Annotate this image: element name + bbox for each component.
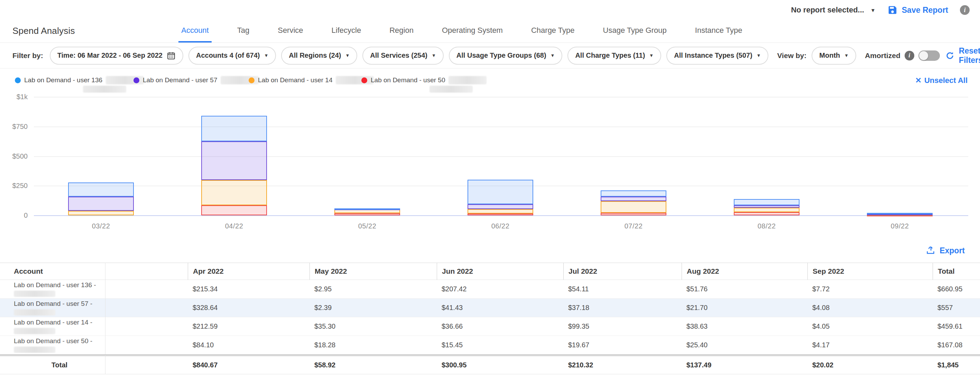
bar-segment-04-22-user-57[interactable] <box>201 141 267 181</box>
legend-label: Lab on Demand - user 57 <box>143 76 217 84</box>
tab-operating-system[interactable]: Operating System <box>439 26 506 43</box>
bar-segment-05-22-user-136[interactable] <box>334 208 400 210</box>
tab-usage-type-group[interactable]: Usage Type Group <box>600 26 670 43</box>
report-selector[interactable]: No report selected... ▼ <box>791 6 875 14</box>
value-cell: $4.17 <box>807 336 932 355</box>
chevron-down-icon: ▼ <box>431 53 436 58</box>
tab-service[interactable]: Service <box>275 26 306 43</box>
redacted-text <box>449 76 487 84</box>
bar-segment-05-22-user-50[interactable] <box>334 213 400 215</box>
bar-segment-07-22-user-136[interactable] <box>601 190 667 197</box>
column-header-aug-2022: Aug 2022 <box>682 263 807 280</box>
filter-pill-all[interactable]: All Usage Type Groups (68)▼ <box>449 47 563 65</box>
chevron-down-icon: ▼ <box>345 53 350 58</box>
chevron-down-icon: ▼ <box>844 53 849 58</box>
tab-tag[interactable]: Tag <box>234 26 252 43</box>
filter-pill-all[interactable]: All Services (254)▼ <box>363 47 444 65</box>
amortized-toggle[interactable] <box>918 51 940 61</box>
legend-item-user-14[interactable]: Lab on Demand - user 14 <box>249 76 374 84</box>
value-cell: $167.08 <box>932 336 980 355</box>
y-axis-tick-label: $750 <box>3 122 28 130</box>
page-title: Spend Analysis <box>13 25 75 43</box>
legend-item-user-136[interactable]: Lab on Demand - user 136 <box>15 76 144 84</box>
export-icon <box>926 246 935 255</box>
filter-pill-label: All Usage Type Groups (68) <box>457 51 546 59</box>
title-tab-bar: Spend Analysis AccountTagServiceLifecycl… <box>0 20 980 43</box>
report-selector-label: No report selected... <box>791 6 864 14</box>
filter-pill-all[interactable]: All Charge Types (11)▼ <box>568 47 661 65</box>
bar-segment-04-22-user-136[interactable] <box>201 116 267 141</box>
account-cell: Lab on Demand - user 50 - <box>0 336 105 355</box>
calendar-icon <box>167 51 176 60</box>
info-icon[interactable]: i <box>960 5 970 15</box>
account-cell: Lab on Demand - user 57 - <box>0 298 105 317</box>
x-axis-tick-label: 03/22 <box>92 222 110 230</box>
spend-table: AccountApr 2022May 2022Jun 2022Jul 2022A… <box>0 263 980 374</box>
total-label-cell: Total <box>0 355 105 374</box>
y-axis-tick-label: $500 <box>3 152 28 160</box>
tab-charge-type[interactable]: Charge Type <box>528 26 578 43</box>
unselect-all-button[interactable]: ✕ Unselect All <box>915 76 967 85</box>
y-axis-tick-label: 0 <box>3 211 28 219</box>
value-cell: $7.72 <box>807 280 932 298</box>
bar-segment-06-22-user-136[interactable] <box>468 180 533 204</box>
value-cell: $19.67 <box>563 336 682 355</box>
value-cell: $207.42 <box>437 280 563 298</box>
bar-segment-04-22-user-50[interactable] <box>201 205 267 215</box>
account-cell: Lab on Demand - user 136 - <box>0 280 105 298</box>
filter-pill-label: Accounts 4 (of 674) <box>196 51 260 59</box>
bar-segment-07-22-user-14[interactable] <box>601 201 667 213</box>
column-header-sep-2022: Sep 2022 <box>807 263 932 280</box>
bar-segment-03-22-user-57[interactable] <box>68 197 134 211</box>
filter-pill-all[interactable]: All Regions (24)▼ <box>281 47 357 65</box>
filter-pill-label: All Regions (24) <box>289 51 341 59</box>
bar-segment-07-22-user-57[interactable] <box>601 197 667 201</box>
spacer-cell <box>105 298 188 317</box>
redacted-text <box>83 86 126 93</box>
total-value-cell: $137.49 <box>682 355 807 374</box>
bar-segment-08-22-user-57[interactable] <box>734 205 800 208</box>
bar-segment-08-22-user-14[interactable] <box>734 208 800 212</box>
filter-pill-accounts[interactable]: Accounts 4 (of 674)▼ <box>188 47 276 65</box>
filter-by-label: Filter by: <box>13 51 43 60</box>
bar-segment-03-22-user-136[interactable] <box>68 182 134 197</box>
bar-segment-09-22-user-136[interactable] <box>867 213 932 214</box>
export-button[interactable]: Export <box>926 246 965 255</box>
save-report-button[interactable]: Save Report <box>887 5 948 15</box>
column-header-jul-2022: Jul 2022 <box>563 263 682 280</box>
filter-pill-label: All Instance Types (507) <box>674 51 752 59</box>
column-header-jun-2022: Jun 2022 <box>437 263 563 280</box>
bar-segment-03-22-user-14[interactable] <box>68 211 134 215</box>
view-by-select[interactable]: Month ▼ <box>811 47 856 65</box>
account-name: Lab on Demand - user 50 - <box>14 337 92 345</box>
filter-bar: Filter by: Time: 06 Mar 2022 - 06 Sep 20… <box>0 43 980 68</box>
value-cell: $459.61 <box>932 317 980 336</box>
legend-item-user-50[interactable]: Lab on Demand - user 50 <box>361 76 487 84</box>
tab-lifecycle[interactable]: Lifecycle <box>329 26 364 43</box>
redacted-text <box>14 309 55 316</box>
bar-segment-04-22-user-14[interactable] <box>201 180 267 205</box>
value-cell: $54.11 <box>563 280 682 298</box>
filter-pill-time[interactable]: Time: 06 Mar 2022 - 06 Sep 2022 <box>50 47 183 65</box>
bar-segment-06-22-user-50[interactable] <box>468 214 533 215</box>
reset-filters-button[interactable]: Reset Filters <box>945 46 980 65</box>
amortized-info-icon[interactable]: i <box>905 51 914 60</box>
value-cell: $21.70 <box>682 298 807 317</box>
bar-segment-06-22-user-57[interactable] <box>468 204 533 209</box>
tab-account[interactable]: Account <box>178 26 212 43</box>
unselect-all-label: Unselect All <box>924 76 967 85</box>
x-axis-tick-label: 08/22 <box>758 222 776 230</box>
value-cell: $212.59 <box>188 317 310 336</box>
legend-item-user-57[interactable]: Lab on Demand - user 57 <box>134 76 259 84</box>
tab-region[interactable]: Region <box>387 26 416 43</box>
bar-segment-08-22-user-50[interactable] <box>734 212 800 215</box>
top-bar: No report selected... ▼ Save Report i <box>0 0 980 20</box>
bar-segment-06-22-user-14[interactable] <box>468 209 533 214</box>
filter-pill-all[interactable]: All Instance Types (507)▼ <box>667 47 768 65</box>
bar-segment-07-22-user-50[interactable] <box>601 213 667 215</box>
amortized-control: Amortized i <box>865 51 940 61</box>
total-value-cell: $210.32 <box>563 355 682 374</box>
tab-instance-type[interactable]: Instance Type <box>692 26 745 43</box>
bar-segment-08-22-user-136[interactable] <box>734 199 800 205</box>
view-by-value: Month <box>819 51 840 59</box>
